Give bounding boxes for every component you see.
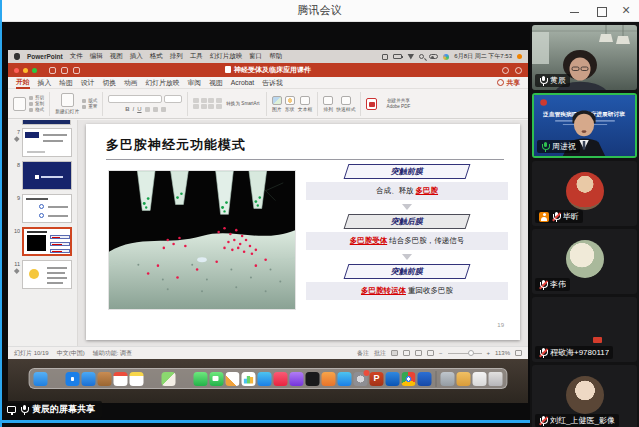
menubar-clock[interactable]: 6月8日 周二 下午7:53 — [454, 52, 512, 61]
menu-format[interactable]: 格式 — [150, 52, 163, 61]
tab-acrobat[interactable]: Acrobat — [231, 79, 254, 86]
dock-icon-facetime[interactable] — [210, 372, 224, 386]
tab-animations[interactable]: 动画 — [124, 78, 138, 88]
normal-view-icon[interactable] — [391, 350, 398, 356]
battery-icon[interactable] — [393, 54, 402, 59]
zoom-level[interactable]: 113% — [495, 350, 510, 356]
participant-tile-liwei[interactable]: 李伟 — [532, 229, 637, 294]
dock-icon-calendar[interactable] — [114, 372, 128, 386]
wifi-icon[interactable] — [407, 54, 414, 60]
new-slide-icon[interactable] — [61, 93, 74, 107]
quick-styles-icon[interactable] — [341, 96, 351, 105]
dock-icon-app-store[interactable] — [338, 372, 352, 386]
user-avatar-icon[interactable] — [443, 54, 449, 60]
dock-icon-podcasts[interactable] — [290, 372, 304, 386]
dock-icon-keynote[interactable] — [258, 372, 272, 386]
shapes-label[interactable]: 形状 — [285, 106, 295, 112]
tab-tell-me[interactable]: 告诉我 — [262, 78, 282, 88]
apple-icon[interactable] — [14, 53, 20, 60]
strikethrough-icon[interactable] — [145, 107, 150, 112]
textbox-label[interactable]: 文本框 — [298, 106, 312, 112]
slide-sorter-view-icon[interactable] — [403, 350, 410, 356]
italic-button[interactable]: I — [133, 106, 135, 112]
paste-icon[interactable] — [13, 97, 26, 111]
menu-window[interactable]: 窗口 — [249, 52, 262, 61]
menu-tools[interactable]: 工具 — [190, 52, 203, 61]
bold-button[interactable]: B — [125, 106, 129, 112]
maximize-icon[interactable] — [595, 5, 607, 17]
dock-icon-folder-orange[interactable] — [457, 372, 471, 386]
participant-tile-huangchen[interactable]: 黄辰 — [532, 25, 637, 90]
line-spacing-icon[interactable] — [216, 98, 222, 103]
dock-icon-music[interactable] — [274, 372, 288, 386]
menu-insert[interactable]: 插入 — [130, 52, 143, 61]
numbering-icon[interactable] — [201, 98, 207, 103]
notes-button[interactable]: 备注 — [357, 349, 369, 358]
dock-icon-notes[interactable] — [130, 372, 144, 386]
zoom-out-icon[interactable]: − — [439, 350, 443, 356]
align-left-icon[interactable] — [193, 104, 199, 109]
thumbnail-slide-6-partial[interactable] — [22, 120, 71, 125]
participant-tile-chengjinghai[interactable]: 程敬海+9780117 — [532, 297, 637, 362]
dock-icon-powerpoint[interactable] — [370, 372, 384, 386]
spotlight-icon[interactable] — [419, 54, 424, 59]
menu-view[interactable]: 视图 — [110, 52, 123, 61]
dock-icon-books[interactable] — [322, 372, 336, 386]
tab-transitions[interactable]: 切换 — [102, 78, 116, 88]
picture-label[interactable]: 图片 — [272, 106, 282, 112]
new-slide-label[interactable]: 新建幻灯片 — [55, 108, 79, 114]
thumbnail-slide-9[interactable]: 9 — [8, 194, 75, 223]
dock-icon-minimized-window[interactable] — [473, 372, 487, 386]
indent-icon[interactable] — [208, 98, 214, 103]
dock-icon-photos[interactable] — [178, 372, 192, 386]
fit-slide-icon[interactable] — [515, 350, 522, 356]
copy-button[interactable]: 复制 — [29, 101, 44, 106]
menu-file[interactable]: 文件 — [70, 52, 83, 61]
dock-icon-messages[interactable] — [194, 372, 208, 386]
thumbnail-slide-11[interactable]: 11 — [8, 260, 75, 289]
font-name-select[interactable] — [108, 95, 162, 103]
dock-icon-tv[interactable] — [306, 372, 320, 386]
dock-icon-safari[interactable] — [66, 372, 80, 386]
zoom-in-icon[interactable]: + — [487, 350, 491, 356]
dock-icon-settings[interactable] — [354, 372, 368, 386]
bullets-icon[interactable] — [193, 98, 199, 103]
reading-view-icon[interactable] — [415, 350, 422, 356]
dock-icon-finder[interactable] — [34, 372, 48, 386]
dock-icon-mail[interactable] — [82, 372, 96, 386]
arrange-label[interactable]: 排列 — [323, 106, 333, 112]
participant-tile-bixin[interactable]: 毕昕 — [532, 161, 637, 226]
underline-button[interactable]: U — [137, 106, 141, 112]
picture-icon[interactable] — [272, 96, 282, 105]
textbox-icon[interactable] — [300, 96, 310, 105]
adobe-pdf-label[interactable]: 创建并共享 Adobe PDF — [380, 98, 416, 109]
format-painter-button[interactable]: 格式 — [29, 107, 44, 112]
dock-icon-launchpad[interactable] — [50, 372, 64, 386]
tab-home[interactable]: 开始 — [16, 77, 30, 89]
quick-styles-label[interactable]: 快速样式 — [336, 106, 355, 112]
tab-draw[interactable]: 绘图 — [59, 78, 73, 88]
reset-button[interactable]: 重置 — [82, 104, 97, 109]
control-center-icon[interactable] — [429, 54, 438, 59]
language-status[interactable]: 中文(中国) — [57, 349, 85, 358]
font-size-select[interactable] — [164, 95, 182, 103]
font-color-icon[interactable] — [161, 107, 166, 112]
zoom-slider-knob[interactable] — [468, 350, 474, 356]
menu-edit[interactable]: 编辑 — [90, 52, 103, 61]
tab-slideshow[interactable]: 幻灯片放映 — [146, 78, 180, 88]
columns-icon[interactable] — [216, 104, 222, 109]
dock-icon-contacts[interactable] — [98, 372, 112, 386]
cut-button[interactable]: 剪切 — [29, 95, 44, 100]
menu-slideshow[interactable]: 幻灯片放映 — [210, 52, 243, 61]
shapes-icon[interactable] — [285, 96, 295, 105]
participant-tile-liuhong[interactable]: 刘红_上健医_影像 — [532, 365, 637, 427]
close-icon[interactable] — [621, 5, 633, 17]
accessibility-status[interactable]: 辅助功能: 调查 — [93, 349, 132, 358]
dock-icon-onedrive[interactable] — [386, 372, 400, 386]
participant-tile-zhoujinzhu-speaking[interactable]: 泛血管疾病医声 诊疗进展研讨班 周进祝 — [532, 93, 637, 158]
adobe-pdf-icon[interactable] — [366, 98, 377, 110]
comments-button[interactable]: 批注 — [374, 349, 386, 358]
text-shadow-icon[interactable] — [153, 107, 158, 112]
display-icon[interactable] — [382, 54, 388, 60]
dock-icon-reminders[interactable] — [146, 372, 160, 386]
